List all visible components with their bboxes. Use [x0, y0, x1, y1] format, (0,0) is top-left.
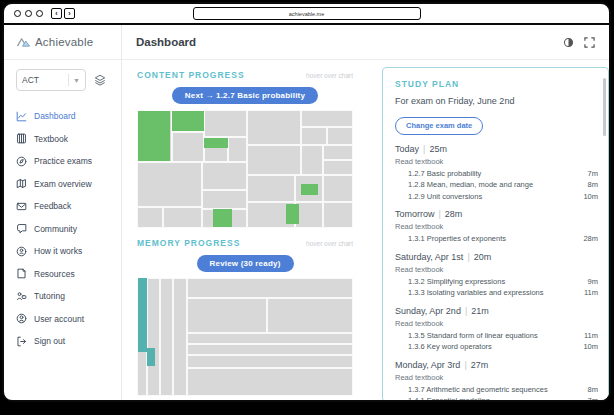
study-plan-item[interactable]: 1.2.9 Unit conversions10m: [395, 191, 598, 203]
item-time: 9m: [588, 276, 598, 288]
page-title: Dashboard: [122, 25, 563, 59]
change-exam-date-button[interactable]: Change exam date: [395, 117, 483, 135]
treemap-cell[interactable]: [202, 190, 247, 209]
treemap-cell[interactable]: [187, 355, 353, 368]
treemap-cell[interactable]: [301, 127, 327, 146]
map-icon: [16, 178, 27, 189]
window-minimize-button[interactable]: [25, 10, 32, 17]
treemap-highlight-cell[interactable]: [204, 138, 228, 147]
day-task: Read textbook: [395, 319, 598, 328]
item-name: 1.3.6 Key word operators: [408, 341, 492, 353]
treemap-cell[interactable]: [160, 278, 173, 396]
sidebar-item-resources[interactable]: Resources: [16, 263, 121, 286]
study-plan-item[interactable]: 1.3.5 Standard form of linear equations1…: [395, 330, 598, 342]
study-plan-item[interactable]: 1.3.7 Arithmetic and geometric sequences…: [395, 384, 598, 396]
sidebar-item-feedback[interactable]: Feedback: [16, 195, 121, 218]
item-time: 8m: [588, 384, 598, 396]
study-plan-item[interactable]: 1.2.8 Mean, median, mode and range8m: [395, 179, 598, 191]
tutor-icon: [16, 291, 27, 302]
next-lesson-button[interactable]: Next → 1.2.7 Basic probability: [172, 87, 318, 104]
treemap-cell[interactable]: [323, 145, 353, 159]
course-select[interactable]: ACT ▼: [16, 69, 86, 91]
memory-progress-hint: hover over chart: [306, 240, 353, 247]
theme-toggle-icon[interactable]: [563, 37, 574, 48]
sidebar-item-community[interactable]: Community: [16, 218, 121, 241]
sidebar-item-dashboard[interactable]: Dashboard: [16, 105, 121, 128]
sidebar-item-how-it-works[interactable]: How it works: [16, 240, 121, 263]
window-controls: [14, 10, 43, 17]
study-plan-item[interactable]: 1.3.1 Properties of exponents28m: [395, 233, 598, 245]
day-label: Sunday, Apr 2nd: [395, 306, 461, 316]
sidebar-item-exam-overview[interactable]: Exam overview: [16, 173, 121, 196]
treemap-highlight-cell[interactable]: [138, 111, 170, 161]
back-button[interactable]: ‹: [51, 8, 62, 19]
mail-icon: [16, 201, 27, 212]
treemap-cell[interactable]: [163, 207, 202, 228]
treemap-cell[interactable]: [187, 278, 353, 298]
treemap-highlight-cell[interactable]: [138, 278, 147, 352]
sidebar-item-label: Sign out: [34, 336, 65, 346]
brand[interactable]: Achievable: [4, 25, 122, 59]
help-circle-icon: [16, 246, 27, 257]
study-plan-item[interactable]: 1.3.2 Simplifying expressions9m: [395, 276, 598, 288]
brand-name: Achievable: [35, 36, 93, 48]
day-duration: 28m: [445, 209, 463, 219]
sidebar-item-practice-exams[interactable]: Practice exams: [16, 150, 121, 173]
study-plan-item[interactable]: 1.3.3 Isolating variables and expression…: [395, 287, 598, 299]
treemap-cell[interactable]: [137, 207, 163, 228]
treemap-cell[interactable]: [187, 333, 353, 344]
treemap-highlight-cell[interactable]: [172, 111, 204, 131]
treemap-cell[interactable]: [187, 344, 353, 355]
day-label: Monday, Apr 3rd: [395, 360, 460, 370]
study-plan-item[interactable]: 1.4.1 Essential modeling7m: [395, 395, 598, 402]
treemap-cell[interactable]: [247, 145, 301, 175]
treemap-cell[interactable]: [173, 278, 187, 396]
study-plan-day: Tomorrow|28mRead textbook1.3.1 Propertie…: [395, 209, 598, 245]
study-plan-item[interactable]: 1.2.7 Basic probability7m: [395, 168, 598, 180]
treemap-cell[interactable]: [323, 202, 353, 228]
url-bar[interactable]: achievable.me: [193, 7, 421, 20]
treemap-highlight-cell[interactable]: [147, 348, 155, 367]
item-time: 10m: [583, 191, 598, 203]
main-content: CONTENT PROGRESS hover over chart Next →…: [122, 60, 382, 402]
treemap-cell[interactable]: [301, 145, 323, 175]
browser-window: ‹ › achievable.me Achievable Dashboard: [2, 2, 611, 402]
treemap-cell[interactable]: [187, 368, 353, 396]
treemap-cell[interactable]: [228, 137, 247, 162]
file-icon: [16, 268, 27, 279]
sidebar-item-tutoring[interactable]: Tutoring: [16, 285, 121, 308]
study-plan-scrollbar[interactable]: [603, 78, 606, 136]
sidebar-item-label: Dashboard: [34, 111, 76, 121]
study-plan-item[interactable]: 1.3.6 Key word operators10m: [395, 341, 598, 353]
treemap-cell[interactable]: [137, 162, 202, 207]
treemap-cell[interactable]: [327, 127, 353, 146]
treemap-cell[interactable]: [187, 298, 267, 333]
treemap-cell[interactable]: [323, 175, 353, 202]
treemap-cell[interactable]: [301, 110, 353, 127]
review-button[interactable]: Review (30 ready): [197, 255, 294, 272]
treemap-cell[interactable]: [267, 298, 353, 333]
treemap-cell[interactable]: [204, 110, 247, 137]
treemap-cell[interactable]: [247, 175, 295, 202]
treemap-highlight-cell[interactable]: [213, 209, 232, 227]
item-time: 8m: [588, 179, 598, 191]
sidebar: ACT ▼ DashboardTextbookPractice examsExa…: [4, 60, 122, 402]
treemap-highlight-cell[interactable]: [286, 204, 299, 224]
content-progress-treemap[interactable]: [137, 110, 353, 228]
treemap-cell[interactable]: [323, 160, 353, 175]
memory-progress-treemap[interactable]: [137, 278, 353, 396]
treemap-cell[interactable]: [172, 132, 204, 162]
treemap-cell[interactable]: [147, 278, 160, 396]
item-name: 1.3.5 Standard form of linear equations: [408, 330, 538, 342]
fullscreen-icon[interactable]: [584, 37, 595, 48]
treemap-highlight-cell[interactable]: [301, 184, 318, 195]
layers-icon[interactable]: [94, 74, 106, 86]
window-maximize-button[interactable]: [36, 10, 43, 17]
treemap-cell[interactable]: [247, 110, 301, 145]
forward-button[interactable]: ›: [64, 8, 75, 19]
sidebar-item-textbook[interactable]: Textbook: [16, 128, 121, 151]
window-close-button[interactable]: [14, 10, 21, 17]
sidebar-item-user-account[interactable]: User account: [16, 308, 121, 331]
sidebar-item-sign-out[interactable]: Sign out: [16, 330, 121, 353]
treemap-cell[interactable]: [202, 162, 247, 190]
